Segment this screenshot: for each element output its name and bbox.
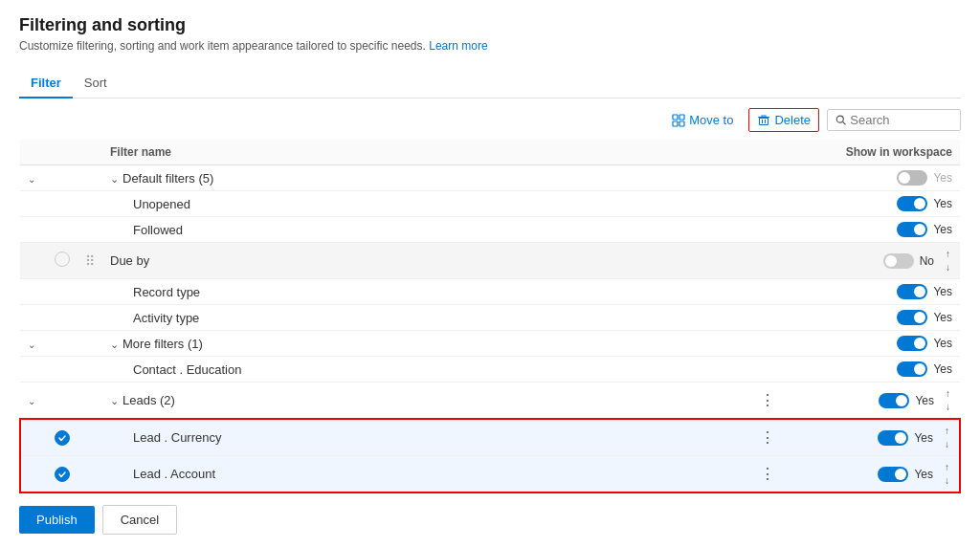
publish-button[interactable]: Publish	[19, 506, 95, 534]
chevron-icon[interactable]: ⌄	[28, 339, 35, 350]
table-row: Contact . EducationYes	[20, 357, 960, 383]
filter-label: Activity type	[102, 305, 749, 331]
toggle-label: Yes	[933, 311, 952, 324]
arrow-up-button[interactable]: ↑	[943, 425, 951, 437]
table-row: Record typeYes	[20, 279, 960, 305]
toggle-label: Yes	[915, 394, 934, 407]
arrow-up-button[interactable]: ↑	[944, 248, 952, 260]
search-box[interactable]	[827, 109, 961, 131]
toggle-label: Yes	[914, 431, 933, 445]
page-subtitle: Customize filtering, sorting and work it…	[19, 39, 961, 53]
col-filter-name: Filter name	[102, 140, 749, 165]
col-drag	[78, 140, 102, 165]
table-row: ⌄⌄Default filters (5)Yes	[20, 165, 960, 191]
checkbox[interactable]	[55, 430, 70, 446]
toggle-switch[interactable]	[879, 393, 909, 408]
svg-rect-2	[679, 115, 684, 120]
toggle-switch[interactable]	[897, 310, 927, 325]
toggle-label: Yes	[933, 362, 952, 376]
svg-rect-0	[673, 115, 678, 120]
svg-line-9	[843, 122, 846, 125]
col-more	[749, 140, 788, 165]
collapse-chevron[interactable]: ⌄	[110, 395, 119, 406]
filter-label: Due by	[102, 243, 749, 279]
table-row: FollowedYes	[20, 217, 960, 243]
toggle-label: No	[920, 254, 934, 268]
col-select	[47, 140, 78, 165]
arrow-up-button[interactable]: ↑	[944, 387, 952, 400]
move-to-button[interactable]: Move to	[664, 109, 741, 131]
arrow-down-button[interactable]: ↓	[943, 438, 951, 450]
chevron-icon[interactable]: ⌄	[28, 396, 35, 406]
filter-label: Unopened	[102, 191, 749, 217]
filter-table: Filter name Show in workspace ⌄⌄Default …	[19, 140, 961, 493]
toggle-label: Yes	[914, 468, 933, 481]
filter-label: ⌄Leads (2)	[102, 383, 749, 420]
table-row: ⌄⌄More filters (1)Yes	[20, 331, 960, 357]
filter-label: Contact . Education	[102, 357, 749, 383]
filter-label: ⌄More filters (1)	[102, 331, 749, 357]
table-row: ⠿Due byNo↑↓	[20, 243, 960, 279]
arrow-up-button[interactable]: ↑	[943, 461, 951, 473]
chevron-icon[interactable]: ⌄	[28, 174, 35, 185]
arrow-down-button[interactable]: ↓	[943, 474, 951, 487]
filter-label: Lead . Account	[102, 456, 749, 493]
tab-bar: Filter Sort	[19, 68, 961, 98]
more-options-icon[interactable]: ⋮	[760, 429, 777, 446]
toggle-switch[interactable]	[878, 467, 908, 482]
cancel-button[interactable]: Cancel	[102, 505, 177, 535]
tab-filter[interactable]: Filter	[19, 68, 73, 98]
collapse-chevron[interactable]: ⌄	[110, 339, 119, 350]
toggle-switch[interactable]	[897, 222, 927, 237]
learn-more-link[interactable]: Learn more	[429, 39, 487, 53]
toggle-label: Yes	[933, 285, 952, 298]
move-to-icon	[672, 114, 685, 127]
toolbar: Move to Delete	[19, 98, 961, 140]
filter-label: Lead . Currency	[102, 419, 749, 456]
toggle-label: Yes	[933, 337, 952, 350]
svg-rect-3	[679, 121, 684, 126]
table-row: Lead . Account⋮Yes↑↓	[20, 456, 960, 493]
svg-rect-1	[673, 121, 678, 126]
toggle-switch[interactable]	[878, 430, 908, 446]
svg-point-8	[836, 116, 843, 122]
page-title: Filtering and sorting	[19, 15, 961, 35]
arrow-down-button[interactable]: ↓	[944, 261, 952, 274]
toggle-label: Yes	[933, 223, 952, 236]
footer: Publish Cancel	[19, 493, 961, 535]
toggle-switch[interactable]	[897, 361, 927, 377]
search-icon	[835, 114, 846, 126]
more-options-icon[interactable]: ⋮	[760, 392, 777, 408]
delete-icon	[757, 114, 770, 127]
sort-arrows: ↑↓	[943, 461, 951, 487]
checkbox[interactable]	[55, 467, 70, 482]
filter-label: Followed	[102, 217, 749, 243]
toggle-switch[interactable]	[883, 253, 914, 269]
col-chevron	[20, 140, 47, 165]
toggle-switch[interactable]	[897, 196, 927, 211]
drag-handle[interactable]: ⠿	[85, 253, 95, 269]
checkbox-empty[interactable]	[55, 252, 70, 267]
table-row: Lead . Currency⋮Yes↑↓	[20, 419, 960, 456]
col-show: Show in workspace	[788, 140, 960, 165]
search-input[interactable]	[850, 113, 952, 127]
toggle-label: Yes	[933, 197, 952, 210]
sort-arrows: ↑↓	[944, 248, 952, 274]
table-row: Activity typeYes	[20, 305, 960, 331]
toggle-switch[interactable]	[897, 336, 927, 351]
sort-arrows: ↑↓	[943, 425, 951, 450]
delete-button[interactable]: Delete	[748, 108, 819, 132]
table-row: ⌄⌄Leads (2)⋮Yes↑↓	[20, 383, 960, 420]
arrow-down-button[interactable]: ↓	[944, 401, 952, 413]
more-options-icon[interactable]: ⋮	[760, 466, 777, 482]
toggle-switch[interactable]	[897, 284, 927, 299]
tab-sort[interactable]: Sort	[73, 68, 119, 98]
collapse-chevron[interactable]: ⌄	[110, 173, 119, 185]
filter-label: ⌄Default filters (5)	[102, 165, 749, 191]
svg-rect-5	[760, 118, 768, 124]
filter-label: Record type	[102, 279, 749, 305]
table-row: UnopenedYes	[20, 191, 960, 217]
sort-arrows: ↑↓	[944, 387, 952, 413]
